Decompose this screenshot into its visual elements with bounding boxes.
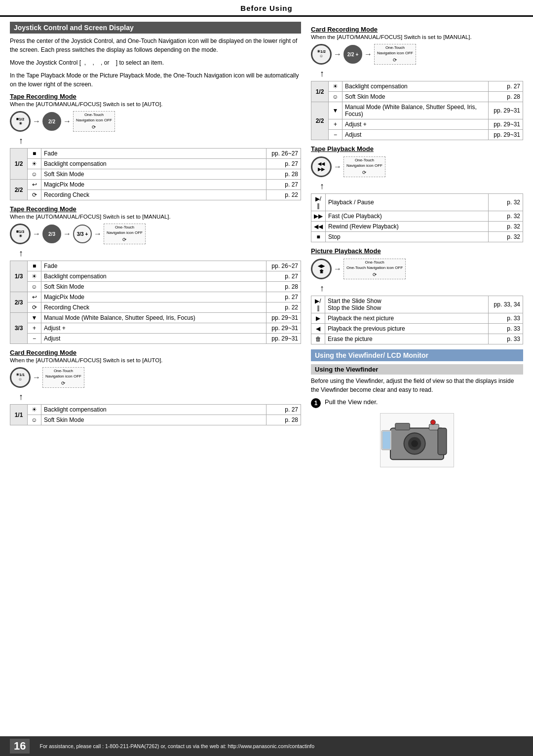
- row-label-1-3: 1/3: [10, 261, 28, 292]
- icon-picture-control: ◀▶🗑: [311, 259, 332, 279]
- icon-rec-check-m: ⟳: [28, 302, 41, 313]
- svg-point-9: [430, 420, 435, 425]
- table-row: 1/3 ■ Fade pp. 26~27: [10, 261, 301, 271]
- tape-recording-auto-section: Tape Recording Mode When the [AUTO/MANUA…: [10, 93, 301, 200]
- label-soft-skin-cm: Soft Skin Mode: [343, 92, 489, 102]
- table-row: ▶ Playback the next picture p. 33: [311, 313, 523, 324]
- row-label-1-2-cm: 1/2: [311, 81, 329, 102]
- icon-1-2-outer: ■1/2☀: [10, 111, 31, 132]
- icon-stop: ■: [311, 232, 326, 242]
- icon-backlight-m: ☀: [28, 271, 41, 282]
- arrow-8: →: [364, 50, 372, 59]
- table-row: 1/2 ■ Fade pp. 26~27: [10, 149, 301, 159]
- row-label-2-3: 2/3: [10, 292, 28, 313]
- icon-adjust-plus-m: +: [28, 323, 41, 334]
- table-row: 1/1 ☀ Backlight compensation p. 27: [10, 405, 301, 415]
- label-soft-skin: Soft Skin Mode: [41, 169, 266, 180]
- up-arrow-2: ↑: [19, 248, 301, 259]
- arrow-1: →: [33, 117, 40, 126]
- table-row: ⟳ Recording Check p. 22: [10, 190, 301, 200]
- icon-soft-skin-ca: ☺: [28, 415, 41, 425]
- card-manual-table: 1/2 ☀ Backlight compensation p. 27 ☺ Sof…: [311, 81, 523, 140]
- svg-rect-4: [395, 423, 410, 430]
- icon-adjust-plus-cm: +: [329, 119, 343, 130]
- icon-3-3: 3/3 +: [73, 225, 92, 243]
- ref-adjust-m: pp. 29~31: [266, 334, 301, 344]
- ref-soft-skin: p. 28: [266, 169, 301, 180]
- ref-backlight: p. 27: [266, 159, 301, 169]
- tape-manual-icon-flow: ■1/3☀ → 2/3 → 3/3 + → One-Touch Navigati…: [10, 224, 301, 244]
- label-adjust-cm: Adjust: [343, 130, 489, 140]
- tape-playback-table: ▶/‖ Playback / Pause p. 32 ▶▶ Fast (Cue …: [311, 193, 523, 242]
- card-recording-auto-note: When the [AUTO/MANUAL/FOCUS] Switch is s…: [10, 357, 301, 363]
- label-fast-cue: Fast (Cue Playback): [326, 211, 489, 222]
- label-next-pic: Playback the next picture: [325, 313, 489, 324]
- ref-rec-check: p. 22: [266, 190, 301, 200]
- icon-fast-cue: ▶▶: [311, 211, 326, 222]
- ref-rewind: p. 32: [489, 222, 523, 232]
- ref-prev-pic: p. 33: [489, 324, 523, 334]
- joystick-body-3: In the Tape Playback Mode or the Picture…: [10, 71, 301, 89]
- card-recording-auto-title: Card Recording Mode: [10, 349, 301, 356]
- page-number: 16: [10, 739, 30, 754]
- table-row: − Adjust pp. 29~31: [10, 334, 301, 344]
- label-fade: Fade: [41, 149, 266, 159]
- card-manual-icon-flow: ☀1/2☺ → 2/2 + → One-Touch Navigation ico…: [311, 44, 523, 65]
- table-row: ☺ Soft Skin Mode p. 28: [311, 92, 523, 102]
- ref-adjust-cm: pp. 29~31: [489, 130, 523, 140]
- viewfinder-sub-title: Using the Viewfinder: [311, 364, 523, 375]
- icon-rewind: ◀◀: [311, 222, 326, 232]
- picture-playback-section: Picture Playback Mode ◀▶🗑 → One-Touch On…: [311, 247, 523, 344]
- arrow-3: →: [33, 229, 40, 238]
- label-soft-skin-m: Soft Skin Mode: [41, 282, 266, 292]
- card-recording-manual-title: Card Recording Mode: [311, 26, 523, 33]
- viewfinder-body: Before using the Viewfinder, adjust the …: [311, 377, 523, 394]
- icon-backlight-cm: ☀: [329, 81, 343, 92]
- table-row: 3/3 ▼ Manual Mode (White Balance, Shutte…: [10, 313, 301, 323]
- row-label-2-2a: 2/2: [10, 180, 28, 200]
- table-row: 2/2 ↩ MagicPix Mode p. 27: [10, 180, 301, 190]
- label-soft-skin-ca: Soft Skin Mode: [41, 415, 266, 425]
- icon-magicpix-m: ↩: [28, 292, 41, 302]
- label-rec-check-m: Recording Check: [41, 302, 266, 313]
- row-label-1-2a: 1/2: [10, 149, 28, 180]
- up-arrow-4: ↑: [320, 69, 523, 79]
- step-number-1: 1: [311, 398, 321, 408]
- page-header: Before Using: [0, 0, 533, 17]
- label-backlight-cm: Backlight compensation: [343, 81, 489, 92]
- tape-recording-auto-title: Tape Recording Mode: [10, 93, 301, 100]
- svg-rect-6: [438, 428, 447, 454]
- ref-fade-m: pp. 26~27: [266, 261, 301, 271]
- icon-backlight: ☀: [28, 159, 41, 169]
- tape-manual-table: 1/3 ■ Fade pp. 26~27 ☀ Backlight compens…: [10, 261, 301, 344]
- viewfinder-main-title: Using the Viewfinder/ LCD Monitor: [311, 349, 523, 361]
- icon-backlight-ca: ☀: [28, 405, 41, 415]
- label-adjust-plus-m: Adjust +: [41, 323, 266, 334]
- ref-backlight-cm: p. 27: [489, 81, 523, 92]
- table-row: + Adjust + pp. 29~31: [10, 323, 301, 334]
- footer-text: For assistance, please call : 1-800-211-…: [39, 743, 314, 749]
- label-rewind: Rewind (Review Playback): [326, 222, 489, 232]
- page-footer: 16 For assistance, please call : 1-800-2…: [0, 736, 533, 756]
- tape-recording-manual-title: Tape Recording Mode: [10, 205, 301, 213]
- svg-rect-8: [382, 431, 390, 449]
- icon-2-2: 2/2: [42, 112, 61, 131]
- table-row: 🗑 Erase the picture p. 33: [311, 334, 523, 344]
- icon-magicpix: ↩: [28, 180, 41, 190]
- svg-rect-5: [429, 424, 439, 430]
- ref-fast-cue: p. 32: [489, 211, 523, 222]
- table-row: 1/2 ☀ Backlight compensation p. 27: [311, 81, 523, 92]
- joystick-section: Joystick Control and Screen Display Pres…: [10, 22, 301, 89]
- table-row: ☺ Soft Skin Mode p. 28: [10, 415, 301, 425]
- joystick-body-2: Move the Joystick Control [ , , , or ] t…: [10, 58, 301, 67]
- arrow-10: →: [334, 265, 342, 273]
- up-arrow-6: ↑: [320, 283, 523, 294]
- icon-soft-skin: ☺: [28, 169, 41, 180]
- tape-auto-table: 1/2 ■ Fade pp. 26~27 ☀ Backlight compens…: [10, 148, 301, 200]
- icon-soft-skin-m: ☺: [28, 282, 41, 292]
- label-magicpix-m: MagicPix Mode: [41, 292, 266, 302]
- icon-erase: 🗑: [311, 334, 325, 344]
- icon-adjust-minus-m: −: [28, 334, 41, 344]
- row-label-3-3: 3/3: [10, 313, 28, 344]
- arrow-2: →: [63, 117, 71, 126]
